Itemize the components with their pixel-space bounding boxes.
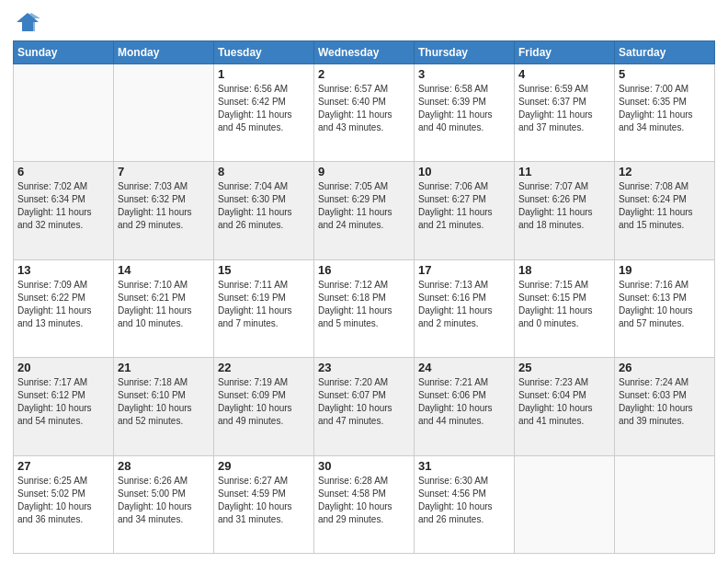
day-number: 12: [619, 165, 711, 178]
day-info: Sunrise: 7:06 AM Sunset: 6:27 PM Dayligh…: [418, 180, 510, 232]
day-number: 3: [418, 67, 510, 81]
day-number: 30: [318, 459, 410, 473]
weekday-header-monday: Monday: [114, 41, 214, 64]
day-cell: 26Sunrise: 7:24 AM Sunset: 6:03 PM Dayli…: [615, 358, 715, 455]
day-number: 23: [318, 361, 410, 374]
day-cell: 19Sunrise: 7:16 AM Sunset: 6:13 PM Dayli…: [615, 259, 715, 357]
day-number: 6: [17, 165, 109, 178]
day-info: Sunrise: 6:28 AM Sunset: 4:58 PM Dayligh…: [318, 475, 410, 526]
day-number: 27: [17, 459, 109, 473]
day-number: 28: [118, 459, 210, 473]
day-cell: 29Sunrise: 6:27 AM Sunset: 4:59 PM Dayli…: [214, 455, 314, 553]
day-cell: 17Sunrise: 7:13 AM Sunset: 6:16 PM Dayli…: [415, 259, 515, 357]
day-cell: 25Sunrise: 7:23 AM Sunset: 6:04 PM Dayli…: [515, 358, 615, 455]
day-info: Sunrise: 6:26 AM Sunset: 5:00 PM Dayligh…: [118, 475, 210, 526]
day-cell: 10Sunrise: 7:06 AM Sunset: 6:27 PM Dayli…: [415, 162, 515, 259]
weekday-header-friday: Friday: [515, 41, 615, 64]
week-row-2: 6Sunrise: 7:02 AM Sunset: 6:34 PM Daylig…: [14, 162, 715, 259]
day-cell: 13Sunrise: 7:09 AM Sunset: 6:22 PM Dayli…: [14, 259, 114, 357]
day-number: 8: [218, 165, 310, 178]
day-info: Sunrise: 7:05 AM Sunset: 6:29 PM Dayligh…: [318, 180, 410, 232]
weekday-header-saturday: Saturday: [615, 41, 715, 64]
day-info: Sunrise: 7:04 AM Sunset: 6:30 PM Dayligh…: [218, 180, 310, 232]
page: SundayMondayTuesdayWednesdayThursdayFrid…: [0, 0, 728, 563]
week-row-5: 27Sunrise: 6:25 AM Sunset: 5:02 PM Dayli…: [14, 455, 715, 553]
day-cell: [515, 455, 615, 553]
day-number: 16: [318, 263, 410, 277]
day-cell: 7Sunrise: 7:03 AM Sunset: 6:32 PM Daylig…: [114, 162, 214, 259]
week-row-4: 20Sunrise: 7:17 AM Sunset: 6:12 PM Dayli…: [14, 358, 715, 455]
day-cell: 21Sunrise: 7:18 AM Sunset: 6:10 PM Dayli…: [114, 358, 214, 455]
day-number: 13: [17, 263, 109, 277]
day-info: Sunrise: 7:08 AM Sunset: 6:24 PM Dayligh…: [619, 180, 711, 232]
day-info: Sunrise: 7:20 AM Sunset: 6:07 PM Dayligh…: [318, 376, 410, 428]
week-row-3: 13Sunrise: 7:09 AM Sunset: 6:22 PM Dayli…: [14, 259, 715, 357]
day-number: 24: [418, 361, 510, 374]
day-info: Sunrise: 6:27 AM Sunset: 4:59 PM Dayligh…: [218, 475, 310, 526]
day-info: Sunrise: 6:59 AM Sunset: 6:37 PM Dayligh…: [518, 83, 610, 134]
day-info: Sunrise: 7:00 AM Sunset: 6:35 PM Dayligh…: [619, 83, 711, 134]
day-number: 26: [619, 361, 711, 374]
day-number: 9: [318, 165, 410, 178]
day-number: 11: [518, 165, 610, 178]
day-cell: [615, 455, 715, 553]
day-cell: 18Sunrise: 7:15 AM Sunset: 6:15 PM Dayli…: [515, 259, 615, 357]
day-info: Sunrise: 7:07 AM Sunset: 6:26 PM Dayligh…: [518, 180, 610, 232]
day-info: Sunrise: 7:10 AM Sunset: 6:21 PM Dayligh…: [118, 279, 210, 330]
day-number: 20: [17, 361, 109, 374]
day-cell: 1Sunrise: 6:56 AM Sunset: 6:42 PM Daylig…: [214, 64, 314, 162]
day-info: Sunrise: 6:57 AM Sunset: 6:40 PM Dayligh…: [318, 83, 410, 134]
day-cell: 15Sunrise: 7:11 AM Sunset: 6:19 PM Dayli…: [214, 259, 314, 357]
day-cell: 3Sunrise: 6:58 AM Sunset: 6:39 PM Daylig…: [415, 64, 515, 162]
day-cell: 14Sunrise: 7:10 AM Sunset: 6:21 PM Dayli…: [114, 259, 214, 357]
logo-icon: [15, 9, 40, 35]
day-cell: 30Sunrise: 6:28 AM Sunset: 4:58 PM Dayli…: [314, 455, 415, 553]
day-number: 17: [418, 263, 510, 277]
logo: [13, 9, 40, 35]
day-cell: 12Sunrise: 7:08 AM Sunset: 6:24 PM Dayli…: [615, 162, 715, 259]
day-number: 7: [118, 165, 210, 178]
day-cell: 31Sunrise: 6:30 AM Sunset: 4:56 PM Dayli…: [415, 455, 515, 553]
day-info: Sunrise: 6:56 AM Sunset: 6:42 PM Dayligh…: [218, 83, 310, 134]
day-cell: 27Sunrise: 6:25 AM Sunset: 5:02 PM Dayli…: [14, 455, 114, 553]
day-cell: 9Sunrise: 7:05 AM Sunset: 6:29 PM Daylig…: [314, 162, 415, 259]
day-info: Sunrise: 7:17 AM Sunset: 6:12 PM Dayligh…: [17, 376, 109, 428]
day-number: 15: [218, 263, 310, 277]
day-info: Sunrise: 6:25 AM Sunset: 5:02 PM Dayligh…: [17, 475, 109, 526]
day-info: Sunrise: 7:24 AM Sunset: 6:03 PM Dayligh…: [619, 376, 711, 428]
day-cell: 5Sunrise: 7:00 AM Sunset: 6:35 PM Daylig…: [615, 64, 715, 162]
day-number: 29: [218, 459, 310, 473]
day-cell: 8Sunrise: 7:04 AM Sunset: 6:30 PM Daylig…: [214, 162, 314, 259]
day-info: Sunrise: 7:18 AM Sunset: 6:10 PM Dayligh…: [118, 376, 210, 428]
header: [13, 9, 715, 35]
day-cell: 16Sunrise: 7:12 AM Sunset: 6:18 PM Dayli…: [314, 259, 415, 357]
day-cell: [114, 64, 214, 162]
calendar: SundayMondayTuesdayWednesdayThursdayFrid…: [13, 40, 715, 554]
day-cell: 2Sunrise: 6:57 AM Sunset: 6:40 PM Daylig…: [314, 64, 415, 162]
day-cell: 20Sunrise: 7:17 AM Sunset: 6:12 PM Dayli…: [14, 358, 114, 455]
day-cell: 28Sunrise: 6:26 AM Sunset: 5:00 PM Dayli…: [114, 455, 214, 553]
day-cell: 22Sunrise: 7:19 AM Sunset: 6:09 PM Dayli…: [214, 358, 314, 455]
weekday-header-row: SundayMondayTuesdayWednesdayThursdayFrid…: [14, 41, 715, 64]
day-cell: 11Sunrise: 7:07 AM Sunset: 6:26 PM Dayli…: [515, 162, 615, 259]
day-cell: 24Sunrise: 7:21 AM Sunset: 6:06 PM Dayli…: [415, 358, 515, 455]
weekday-header-tuesday: Tuesday: [214, 41, 314, 64]
day-info: Sunrise: 7:11 AM Sunset: 6:19 PM Dayligh…: [218, 279, 310, 330]
day-number: 4: [518, 67, 610, 81]
weekday-header-thursday: Thursday: [415, 41, 515, 64]
day-number: 31: [418, 459, 510, 473]
day-info: Sunrise: 7:19 AM Sunset: 6:09 PM Dayligh…: [218, 376, 310, 428]
day-info: Sunrise: 7:02 AM Sunset: 6:34 PM Dayligh…: [17, 180, 109, 232]
day-number: 25: [518, 361, 610, 374]
week-row-1: 1Sunrise: 6:56 AM Sunset: 6:42 PM Daylig…: [14, 64, 715, 162]
day-cell: 23Sunrise: 7:20 AM Sunset: 6:07 PM Dayli…: [314, 358, 415, 455]
day-info: Sunrise: 7:03 AM Sunset: 6:32 PM Dayligh…: [118, 180, 210, 232]
weekday-header-sunday: Sunday: [14, 41, 114, 64]
day-number: 1: [218, 67, 310, 81]
day-info: Sunrise: 7:15 AM Sunset: 6:15 PM Dayligh…: [518, 279, 610, 330]
day-number: 18: [518, 263, 610, 277]
day-cell: 6Sunrise: 7:02 AM Sunset: 6:34 PM Daylig…: [14, 162, 114, 259]
day-number: 14: [118, 263, 210, 277]
day-info: Sunrise: 7:23 AM Sunset: 6:04 PM Dayligh…: [518, 376, 610, 428]
day-number: 5: [619, 67, 711, 81]
